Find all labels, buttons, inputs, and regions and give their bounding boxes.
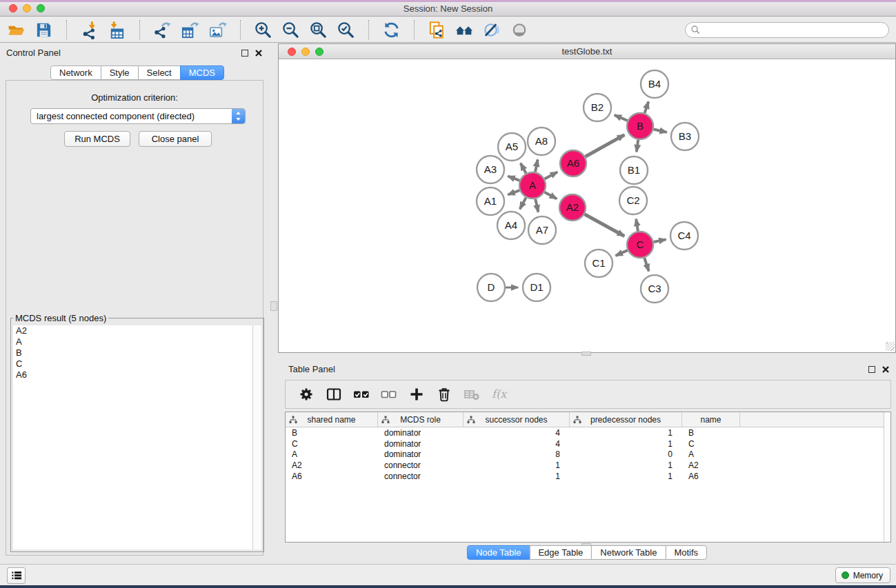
table-cell[interactable]: 1: [570, 428, 682, 438]
table-cell[interactable]: 1: [570, 439, 682, 449]
float-panel-icon[interactable]: [241, 50, 248, 57]
table-cell[interactable]: A2: [682, 460, 740, 470]
table-cell[interactable]: connector: [378, 472, 464, 481]
graph-node-A1[interactable]: A1: [477, 187, 504, 215]
split-columns-icon[interactable]: [326, 386, 342, 403]
hide-panel-icon[interactable]: [483, 21, 501, 39]
graph-node-A[interactable]: A: [519, 172, 546, 199]
graph-edge-C-C1[interactable]: [616, 250, 628, 256]
close-panel-icon[interactable]: [255, 49, 263, 57]
tab-network-table[interactable]: Network Table: [591, 545, 666, 560]
table-cell[interactable]: 8: [464, 449, 570, 459]
graph-node-B[interactable]: B: [627, 113, 653, 139]
table-cell[interactable]: 1: [464, 472, 570, 481]
tab-select[interactable]: Select: [138, 65, 181, 80]
mcds-result-item[interactable]: B: [13, 347, 261, 358]
table-cell[interactable]: B: [682, 428, 740, 438]
open-session-icon[interactable]: [7, 21, 26, 39]
table-settings-icon[interactable]: [298, 386, 315, 403]
column-header-predecessor-nodes[interactable]: predecessor nodes: [570, 412, 682, 427]
refresh-icon[interactable]: [382, 21, 401, 39]
export-table-icon[interactable]: [181, 21, 199, 39]
optimization-criterion-select[interactable]: largest connected component (directed): [30, 108, 246, 124]
graph-edge-C-C4[interactable]: [654, 239, 666, 242]
graph-edge-A6-B[interactable]: [586, 135, 625, 157]
export-image-icon[interactable]: [208, 21, 227, 39]
graph-edge-A-A7[interactable]: [535, 199, 538, 212]
graph-edge-A-A8[interactable]: [535, 160, 538, 172]
graph-node-A8[interactable]: A8: [528, 128, 555, 155]
zoom-fit-icon[interactable]: [309, 21, 328, 39]
home-icon[interactable]: [455, 21, 474, 39]
table-cell[interactable]: dominator: [378, 439, 464, 449]
table-row[interactable]: Adominator80A: [286, 449, 890, 460]
clone-network-icon[interactable]: [428, 21, 446, 39]
table-cell[interactable]: dominator: [378, 428, 464, 438]
graph-node-B2[interactable]: B2: [584, 94, 611, 121]
graph-edge-A-A1[interactable]: [508, 190, 519, 194]
graph-edge-B-B2[interactable]: [615, 115, 628, 121]
table-cell[interactable]: dominator: [378, 449, 464, 459]
tab-network[interactable]: Network: [50, 65, 101, 80]
table-cell[interactable]: A6: [286, 472, 378, 481]
graph-node-D1[interactable]: D1: [523, 274, 550, 301]
close-panel-button[interactable]: Close panel: [139, 131, 212, 147]
graph-edge-B-B1[interactable]: [637, 140, 638, 152]
graph-node-B3[interactable]: B3: [671, 123, 699, 150]
graph-edge-A-A2[interactable]: [545, 192, 557, 199]
mcds-result-item[interactable]: A2: [13, 325, 261, 336]
graph-node-A3[interactable]: A3: [477, 156, 504, 183]
import-table-icon[interactable]: [108, 21, 126, 39]
table-cell[interactable]: B: [286, 428, 378, 438]
column-header-name[interactable]: name: [682, 412, 740, 427]
run-mcds-button[interactable]: Run MCDS: [64, 131, 130, 147]
column-header-shared-name[interactable]: shared name: [286, 412, 378, 427]
graph-edge-C-C2[interactable]: [636, 219, 638, 232]
export-network-icon[interactable]: [153, 21, 172, 39]
search-input[interactable]: [685, 22, 889, 38]
graph-edge-A-A3[interactable]: [508, 176, 519, 181]
table-cell[interactable]: 1: [570, 460, 682, 470]
graph-edge-C-C3[interactable]: [644, 258, 648, 271]
graph-node-C4[interactable]: C4: [670, 222, 698, 250]
import-network-icon[interactable]: [80, 21, 99, 39]
table-cell[interactable]: A2: [286, 460, 378, 470]
mcds-result-item[interactable]: C: [13, 358, 261, 369]
graph-node-D[interactable]: D: [477, 274, 505, 301]
graph-edge-A2-C[interactable]: [585, 214, 625, 236]
unselect-all-columns-icon[interactable]: [381, 386, 397, 403]
close-table-panel-icon[interactable]: [882, 365, 890, 374]
network-canvas[interactable]: B4B2BB3A5A8A6A3AB1A1C2A4A7A2CC4C1C3DD1: [279, 59, 895, 352]
graph-edge-A-A4[interactable]: [520, 198, 526, 210]
table-row[interactable]: A2connector11A2: [286, 460, 890, 471]
zoom-in-icon[interactable]: [254, 21, 272, 39]
table-row[interactable]: Cdominator41C: [286, 438, 890, 449]
table-cell[interactable]: 4: [464, 439, 570, 449]
graph-node-C[interactable]: C: [627, 232, 653, 258]
table-cell[interactable]: A: [286, 449, 378, 459]
graph-node-B4[interactable]: B4: [641, 70, 668, 98]
tab-mcds[interactable]: MCDS: [180, 65, 224, 80]
graph-node-A2[interactable]: A2: [559, 194, 586, 221]
table-cell[interactable]: A6: [682, 472, 740, 481]
tab-edge-table[interactable]: Edge Table: [529, 545, 592, 560]
select-all-columns-icon[interactable]: [353, 386, 370, 403]
horizontal-splitter-handle[interactable]: [581, 352, 591, 356]
graph-node-B1[interactable]: B1: [620, 156, 648, 184]
window-resize-grip[interactable]: [886, 342, 895, 351]
save-session-icon[interactable]: [34, 21, 53, 39]
table-cell[interactable]: C: [286, 439, 378, 449]
graph-node-A7[interactable]: A7: [528, 216, 556, 244]
table-cell[interactable]: 1: [464, 460, 570, 470]
mcds-result-item[interactable]: A6: [13, 369, 261, 381]
table-cell[interactable]: A: [682, 449, 740, 459]
float-table-panel-icon[interactable]: [868, 366, 875, 373]
table-row[interactable]: Bdominator41B: [286, 427, 890, 438]
graph-edge-A-A6[interactable]: [545, 172, 558, 179]
tab-style[interactable]: Style: [101, 65, 139, 80]
mcds-result-scrollbar[interactable]: [252, 325, 261, 549]
graph-node-C3[interactable]: C3: [641, 275, 668, 303]
column-header-successor-nodes[interactable]: successor nodes: [464, 412, 570, 427]
vertical-splitter-handle[interactable]: [270, 301, 277, 311]
table-cell[interactable]: 1: [570, 472, 682, 481]
